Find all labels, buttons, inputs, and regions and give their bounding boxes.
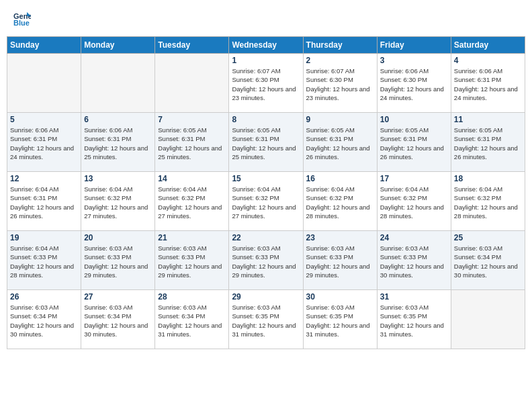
sunrise: Sunrise: 6:04 AM	[306, 185, 355, 193]
calendar-day-cell: 29Sunrise: 6:03 AMSunset: 6:35 PMDayligh…	[229, 290, 303, 349]
sunrise: Sunrise: 6:05 AM	[380, 126, 429, 134]
sunrise: Sunrise: 6:07 AM	[306, 67, 355, 75]
sunrise: Sunrise: 6:04 AM	[454, 185, 502, 193]
calendar-week-row: 26Sunrise: 6:03 AMSunset: 6:34 PMDayligh…	[7, 290, 525, 349]
day-number: 18	[454, 174, 522, 183]
daylight: Daylight: 12 hours and 24 minutes.	[10, 144, 74, 161]
daylight: Daylight: 12 hours and 29 minutes.	[158, 263, 222, 279]
sunset: Sunset: 6:30 PM	[232, 76, 279, 83]
sunrise: Sunrise: 6:03 AM	[84, 244, 132, 252]
weekday-header: Saturday	[451, 37, 525, 54]
sunset: Sunset: 6:31 PM	[84, 135, 131, 142]
sunrise: Sunrise: 6:03 AM	[232, 244, 280, 252]
sunrise: Sunrise: 6:03 AM	[380, 244, 429, 252]
calendar-day-cell	[155, 54, 229, 113]
daylight: Daylight: 12 hours and 26 minutes.	[306, 144, 370, 161]
day-info: Sunrise: 6:04 AMSunset: 6:32 PMDaylight:…	[380, 185, 448, 220]
calendar-day-cell: 13Sunrise: 6:04 AMSunset: 6:32 PMDayligh…	[81, 172, 155, 231]
calendar-day-cell	[451, 290, 525, 349]
calendar-day-cell: 17Sunrise: 6:04 AMSunset: 6:32 PMDayligh…	[377, 172, 451, 231]
calendar-day-cell: 31Sunrise: 6:03 AMSunset: 6:35 PMDayligh…	[377, 290, 451, 349]
calendar-day-cell: 21Sunrise: 6:03 AMSunset: 6:33 PMDayligh…	[155, 231, 229, 290]
day-number: 8	[232, 115, 300, 124]
daylight: Daylight: 12 hours and 26 minutes.	[10, 203, 74, 220]
daylight: Daylight: 12 hours and 31 minutes.	[380, 322, 444, 338]
daylight: Daylight: 12 hours and 28 minutes.	[454, 203, 518, 220]
calendar-day-cell: 11Sunrise: 6:05 AMSunset: 6:31 PMDayligh…	[451, 113, 525, 172]
daylight: Daylight: 12 hours and 25 minutes.	[158, 144, 222, 161]
weekday-header: Tuesday	[155, 37, 229, 54]
sunrise: Sunrise: 6:05 AM	[232, 126, 280, 134]
weekday-header: Sunday	[7, 37, 81, 54]
sunrise: Sunrise: 6:07 AM	[232, 67, 280, 75]
day-number: 9	[306, 115, 374, 124]
calendar-day-cell	[7, 54, 81, 113]
sunset: Sunset: 6:31 PM	[232, 135, 279, 142]
day-number: 7	[158, 115, 226, 124]
calendar-day-cell: 18Sunrise: 6:04 AMSunset: 6:32 PMDayligh…	[451, 172, 525, 231]
daylight: Daylight: 12 hours and 28 minutes.	[10, 263, 74, 279]
day-number: 3	[380, 56, 448, 65]
sunset: Sunset: 6:30 PM	[306, 76, 353, 83]
day-info: Sunrise: 6:04 AMSunset: 6:32 PMDaylight:…	[454, 185, 522, 220]
daylight: Daylight: 12 hours and 31 minutes.	[158, 322, 222, 338]
day-number: 30	[306, 292, 374, 302]
sunrise: Sunrise: 6:06 AM	[10, 126, 58, 134]
daylight: Daylight: 12 hours and 24 minutes.	[380, 85, 444, 101]
sunset: Sunset: 6:32 PM	[158, 194, 205, 201]
calendar-day-cell: 25Sunrise: 6:03 AMSunset: 6:34 PMDayligh…	[451, 231, 525, 290]
logo: General Blue	[12, 9, 34, 28]
daylight: Daylight: 12 hours and 29 minutes.	[232, 263, 296, 279]
sunset: Sunset: 6:32 PM	[84, 194, 131, 201]
sunrise: Sunrise: 6:06 AM	[380, 67, 429, 75]
day-info: Sunrise: 6:05 AMSunset: 6:31 PMDaylight:…	[232, 126, 300, 161]
day-number: 11	[454, 115, 522, 124]
day-number: 28	[158, 292, 226, 302]
sunrise: Sunrise: 6:03 AM	[158, 244, 206, 252]
day-number: 31	[380, 292, 448, 302]
day-info: Sunrise: 6:04 AMSunset: 6:33 PMDaylight:…	[10, 244, 78, 279]
calendar-day-cell: 5Sunrise: 6:06 AMSunset: 6:31 PMDaylight…	[7, 113, 81, 172]
day-number: 1	[232, 56, 300, 65]
day-info: Sunrise: 6:03 AMSunset: 6:33 PMDaylight:…	[158, 244, 226, 279]
day-number: 23	[306, 233, 374, 242]
calendar-day-cell: 3Sunrise: 6:06 AMSunset: 6:30 PMDaylight…	[377, 54, 451, 113]
day-number: 24	[380, 233, 448, 242]
sunset: Sunset: 6:31 PM	[454, 135, 501, 142]
daylight: Daylight: 12 hours and 30 minutes.	[10, 322, 74, 338]
day-info: Sunrise: 6:04 AMSunset: 6:32 PMDaylight:…	[232, 185, 300, 220]
day-info: Sunrise: 6:03 AMSunset: 6:33 PMDaylight:…	[84, 244, 152, 279]
sunset: Sunset: 6:34 PM	[84, 312, 131, 320]
day-info: Sunrise: 6:07 AMSunset: 6:30 PMDaylight:…	[232, 66, 300, 102]
sunset: Sunset: 6:32 PM	[306, 194, 353, 201]
sunrise: Sunrise: 6:04 AM	[10, 185, 58, 193]
sunrise: Sunrise: 6:05 AM	[454, 126, 502, 134]
day-number: 10	[380, 115, 448, 124]
daylight: Daylight: 12 hours and 25 minutes.	[84, 144, 148, 161]
day-info: Sunrise: 6:05 AMSunset: 6:31 PMDaylight:…	[380, 126, 448, 161]
sunrise: Sunrise: 6:04 AM	[10, 244, 58, 252]
daylight: Daylight: 12 hours and 23 minutes.	[232, 85, 296, 101]
sunrise: Sunrise: 6:04 AM	[232, 185, 280, 193]
day-info: Sunrise: 6:04 AMSunset: 6:31 PMDaylight:…	[10, 185, 78, 220]
sunrise: Sunrise: 6:04 AM	[380, 185, 429, 193]
calendar-day-cell: 20Sunrise: 6:03 AMSunset: 6:33 PMDayligh…	[81, 231, 155, 290]
sunset: Sunset: 6:33 PM	[158, 253, 205, 261]
daylight: Daylight: 12 hours and 27 minutes.	[158, 203, 222, 220]
weekday-header: Wednesday	[229, 37, 303, 54]
calendar-day-cell: 10Sunrise: 6:05 AMSunset: 6:31 PMDayligh…	[377, 113, 451, 172]
daylight: Daylight: 12 hours and 27 minutes.	[84, 203, 148, 220]
calendar-table: SundayMondayTuesdayWednesdayThursdayFrid…	[7, 36, 525, 349]
daylight: Daylight: 12 hours and 29 minutes.	[84, 263, 148, 279]
day-info: Sunrise: 6:03 AMSunset: 6:35 PMDaylight:…	[232, 303, 300, 338]
sunset: Sunset: 6:30 PM	[380, 76, 427, 83]
day-number: 26	[10, 292, 78, 302]
day-number: 12	[10, 174, 78, 183]
sunrise: Sunrise: 6:03 AM	[232, 304, 280, 311]
day-number: 13	[84, 174, 152, 183]
calendar-week-row: 19Sunrise: 6:04 AMSunset: 6:33 PMDayligh…	[7, 231, 525, 290]
day-info: Sunrise: 6:06 AMSunset: 6:30 PMDaylight:…	[380, 66, 448, 102]
sunset: Sunset: 6:31 PM	[454, 76, 501, 83]
sunset: Sunset: 6:34 PM	[454, 253, 501, 261]
sunset: Sunset: 6:31 PM	[10, 194, 57, 201]
